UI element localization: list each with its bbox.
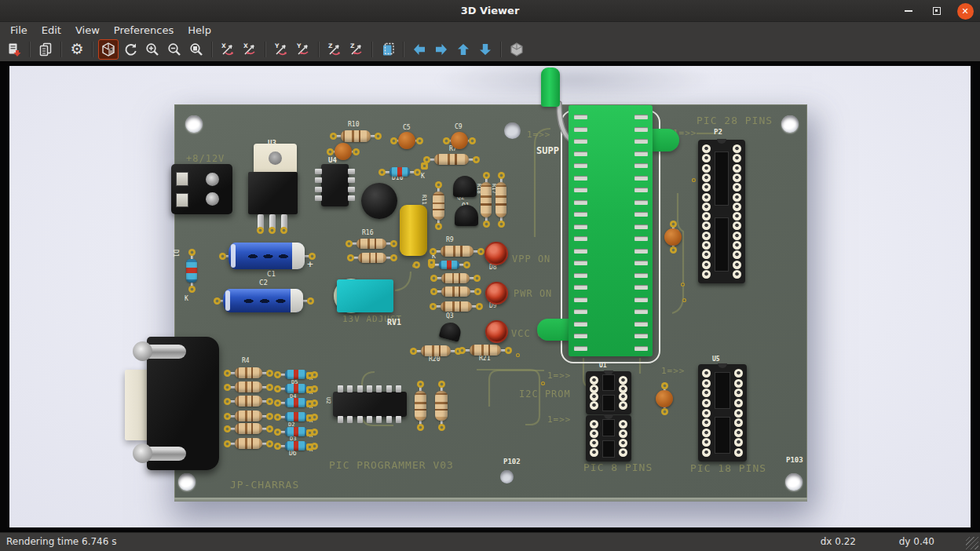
move-down-button[interactable] — [475, 39, 495, 60]
menu-view[interactable]: View — [68, 24, 107, 37]
silkscreen-text: PIC PROGRAMMER V03 — [329, 460, 454, 470]
silkscreen-text: C5 — [403, 125, 411, 131]
component-mount-hole-bl — [178, 473, 196, 491]
move-right-button[interactable] — [431, 39, 452, 60]
3d-viewport[interactable]: +8/12VPIC 28 PINS1=>>1=>>SUPPVPP ONPWR O… — [9, 66, 971, 527]
component-U6-socket — [586, 415, 631, 462]
rot-y-ccw-icon: Y — [295, 42, 311, 57]
svg-text:Z: Z — [350, 42, 355, 49]
maximize-button[interactable] — [928, 2, 945, 20]
rotate-y-clockwise-button[interactable]: Y — [271, 39, 291, 60]
rotate-x-counterclockwise-button[interactable]: X — [240, 39, 260, 60]
component-U2-ic — [333, 392, 407, 417]
toolbar-separator — [371, 42, 373, 57]
rot-y-cw-icon: Y — [273, 42, 289, 57]
component-R3 — [224, 436, 273, 451]
zoom-out-icon — [166, 42, 182, 57]
silkscreen-text: K — [185, 296, 188, 302]
export-icon — [6, 42, 22, 57]
3d-viewer-window: 3D Viewer ✕ FileEditViewPreferencesHelp … — [0, 0, 980, 551]
rendering-time-text: Rendering time 6.746 s — [6, 536, 116, 547]
svg-text:Y: Y — [274, 42, 280, 49]
component-P2-socket — [698, 140, 745, 283]
menu-file[interactable]: File — [3, 24, 35, 37]
toolbar-separator — [318, 42, 320, 57]
arrow-down-icon — [477, 42, 493, 57]
via — [516, 353, 520, 357]
status-dx: dx 0.22 — [821, 536, 856, 547]
component-pad-k — [306, 443, 313, 451]
copy-image-button[interactable] — [35, 39, 56, 60]
minimize-button[interactable] — [900, 2, 917, 20]
rot-x-cw-icon: X — [220, 42, 236, 57]
gear-glyph: ⚙ — [70, 40, 83, 57]
menu-preferences[interactable]: Preferences — [107, 24, 181, 37]
gear-icon: ⚙ — [70, 42, 83, 57]
silkscreen-text: PIC 18 PINS — [690, 463, 766, 473]
resize-grip[interactable] — [966, 537, 978, 549]
arrow-up-icon — [455, 42, 471, 57]
minimize-icon — [905, 10, 912, 12]
reload-board-button[interactable] — [120, 39, 141, 60]
render-options-button[interactable]: ⚙ — [67, 39, 87, 60]
refresh-icon — [122, 42, 138, 57]
svg-text:X: X — [221, 42, 226, 49]
export-image-button[interactable] — [4, 39, 24, 60]
orthographic-projection-button[interactable] — [506, 39, 527, 60]
silkscreen-text: R9 — [446, 237, 454, 243]
silkscreen-text: D8 — [489, 265, 497, 271]
component-Q1 — [455, 205, 478, 226]
component-R22 — [430, 300, 483, 313]
toolbar-separator — [92, 42, 93, 57]
maximize-icon — [933, 7, 941, 15]
component-U5-socket — [698, 364, 747, 462]
component-R20 — [410, 344, 462, 358]
rotate-z-clockwise-button[interactable]: Z — [324, 39, 345, 60]
component-C8 — [361, 183, 397, 219]
silkscreen-text: D1 — [172, 250, 178, 257]
move-left-button[interactable] — [409, 39, 430, 60]
rotate-z-counterclockwise-button[interactable]: Z — [346, 39, 367, 60]
toggle-3d-orientation-button[interactable] — [98, 39, 119, 60]
silkscreen-text: P2 — [714, 129, 722, 136]
component-R13 — [433, 381, 449, 431]
status-bar: Rendering time 6.746 s dx 0.22 dy 0.40 — [0, 532, 980, 551]
component-pad-k — [306, 400, 313, 407]
svg-text:Y: Y — [296, 42, 302, 49]
component-R14 — [430, 285, 481, 298]
zoom-fit-icon — [188, 42, 204, 57]
pan-icon — [380, 42, 396, 57]
component-U3-regulator — [248, 144, 298, 234]
zoom-fit-button[interactable] — [186, 39, 207, 60]
component-D9-led — [485, 282, 508, 305]
pan-mode-button[interactable] — [378, 39, 398, 60]
silkscreen-text: JP-CHARRAS — [230, 480, 299, 490]
component-pad-k — [421, 162, 428, 170]
component-C4 — [327, 143, 360, 160]
menu-help[interactable]: Help — [181, 24, 218, 37]
component-C2 — [214, 289, 314, 312]
svg-text:Z: Z — [328, 42, 333, 49]
title-bar[interactable]: 3D Viewer ✕ — [0, 0, 980, 22]
rotate-x-clockwise-button[interactable]: X — [218, 39, 238, 60]
component-Q2 — [453, 176, 477, 197]
svg-text:X: X — [243, 42, 248, 49]
rotate-y-counterclockwise-button[interactable]: Y — [293, 39, 313, 60]
zoom-in-button[interactable] — [142, 39, 163, 60]
zoom-out-button[interactable] — [164, 39, 185, 60]
component-C5 — [390, 132, 423, 149]
zoom-in-icon — [144, 42, 160, 57]
component-U1-socket — [586, 371, 631, 414]
silkscreen-text: PIC 8 PINS — [583, 462, 653, 473]
silkscreen-text: U5 — [712, 356, 720, 363]
component-D8-led — [485, 242, 508, 265]
move-up-button[interactable] — [453, 39, 474, 60]
close-button[interactable]: ✕ — [956, 2, 974, 20]
component-R4 — [224, 366, 273, 380]
component-R21 — [459, 343, 512, 357]
component-C6 — [656, 382, 673, 415]
silkscreen-text: I2C PROM — [519, 389, 571, 399]
toolbar-separator — [500, 42, 502, 57]
menu-edit[interactable]: Edit — [35, 24, 68, 37]
component-R18 — [479, 172, 493, 228]
